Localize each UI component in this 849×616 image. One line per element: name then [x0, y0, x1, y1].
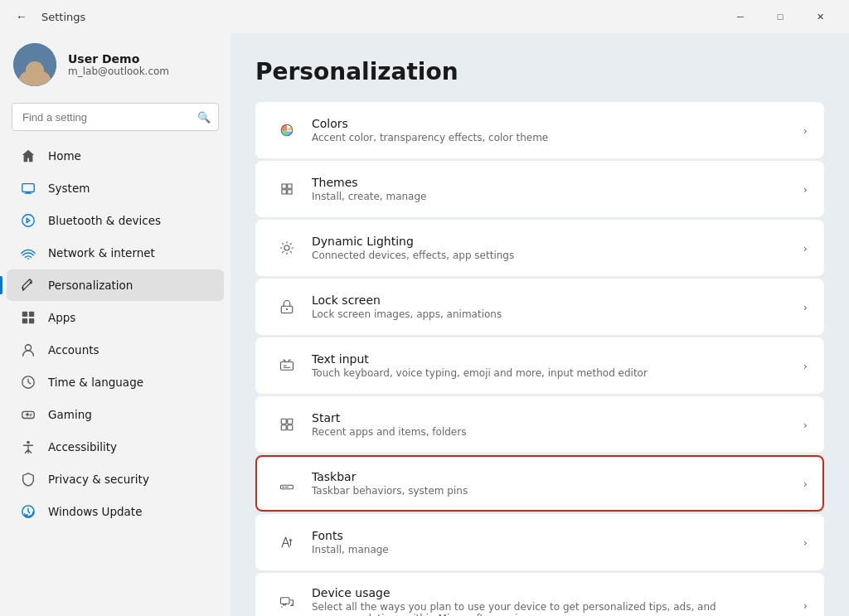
taskbar-icon — [272, 468, 302, 498]
svg-rect-26 — [281, 598, 290, 604]
dynamic-lighting-chevron: › — [803, 242, 808, 255]
dynamic-lighting-text: Dynamic Lighting Connected devices, effe… — [302, 235, 803, 261]
colors-chevron: › — [803, 124, 808, 137]
sidebar-item-accessibility[interactable]: Accessibility — [7, 431, 224, 463]
dynamic-lighting-desc: Connected devices, effects, app settings — [312, 250, 793, 261]
search-icon: 🔍 — [197, 111, 211, 124]
svg-point-28 — [281, 606, 283, 608]
sidebar-item-label: Accessibility — [48, 440, 117, 454]
update-icon — [20, 503, 36, 520]
nav-menu: Home System — [0, 139, 230, 608]
settings-item-taskbar[interactable]: Taskbar Taskbar behaviors, system pins › — [255, 455, 824, 512]
accounts-icon — [20, 342, 36, 358]
bluetooth-icon — [20, 212, 36, 229]
user-info: User Demo m_lab@outlook.com — [68, 52, 169, 77]
settings-item-fonts[interactable]: Fonts Install, manage › — [255, 514, 824, 570]
taskbar-text: Taskbar Taskbar behaviors, system pins — [302, 470, 803, 497]
lock-screen-title: Lock screen — [312, 293, 793, 307]
svg-rect-1 — [26, 192, 30, 193]
svg-rect-6 — [29, 312, 34, 317]
start-chevron: › — [803, 419, 808, 431]
settings-item-themes[interactable]: Themes Install, create, manage › — [255, 161, 824, 217]
app-title: Settings — [41, 11, 85, 23]
sidebar-item-home[interactable]: Home — [7, 140, 224, 172]
settings-item-dynamic-lighting[interactable]: Dynamic Lighting Connected devices, effe… — [255, 220, 824, 276]
device-usage-title: Device usage — [312, 586, 793, 599]
sidebar-item-label: Apps — [48, 311, 75, 324]
settings-item-start[interactable]: Start Recent apps and items, folders › — [255, 396, 824, 453]
settings-item-text-input[interactable]: Text input Touch keyboard, voice typing,… — [255, 337, 824, 394]
svg-point-3 — [22, 215, 34, 226]
svg-point-17 — [284, 245, 289, 250]
svg-rect-22 — [288, 419, 293, 424]
sidebar-item-gaming[interactable]: Gaming — [7, 399, 224, 430]
sidebar-item-label: Time & language — [48, 376, 143, 389]
apps-icon — [20, 309, 36, 326]
taskbar-chevron: › — [803, 478, 808, 490]
content-area: Personalization Colors Accent color, tra… — [230, 33, 849, 616]
sidebar: User Demo m_lab@outlook.com 🔍 Home — [0, 33, 230, 616]
themes-icon — [272, 174, 302, 204]
lock-screen-chevron: › — [803, 301, 808, 313]
title-bar: ← Settings ─ □ ✕ — [0, 0, 849, 33]
themes-text: Themes Install, create, manage — [302, 176, 803, 202]
sidebar-item-label: Network & internet — [48, 246, 155, 259]
main-layout: User Demo m_lab@outlook.com 🔍 Home — [0, 33, 849, 616]
svg-point-4 — [27, 258, 29, 259]
fonts-chevron: › — [803, 536, 808, 549]
sidebar-item-label: Home — [48, 149, 81, 162]
fonts-text: Fonts Install, manage — [302, 529, 803, 555]
sidebar-item-label: Windows Update — [48, 505, 142, 518]
maximize-button[interactable]: □ — [761, 3, 799, 30]
personalization-icon — [20, 277, 36, 293]
svg-rect-0 — [22, 184, 34, 192]
settings-item-lock-screen[interactable]: Lock screen Lock screen images, apps, an… — [255, 279, 824, 335]
close-button[interactable]: ✕ — [801, 3, 839, 30]
svg-point-13 — [30, 415, 32, 416]
accessibility-icon — [20, 439, 36, 455]
sidebar-item-time[interactable]: Time & language — [7, 366, 224, 398]
svg-rect-21 — [281, 419, 286, 424]
svg-rect-7 — [22, 318, 27, 323]
settings-item-colors[interactable]: Colors Accent color, transparency effect… — [255, 102, 824, 158]
themes-title: Themes — [312, 176, 793, 189]
lock-screen-text: Lock screen Lock screen images, apps, an… — [302, 293, 803, 320]
home-icon — [20, 148, 36, 164]
gaming-icon — [20, 406, 36, 423]
device-usage-text: Device usage Select all the ways you pla… — [302, 586, 803, 616]
text-input-title: Text input — [312, 352, 793, 366]
sidebar-item-label: Gaming — [48, 408, 92, 421]
sidebar-item-label: Privacy & security — [48, 473, 149, 486]
system-icon — [20, 180, 36, 196]
sidebar-item-privacy[interactable]: Privacy & security — [7, 463, 224, 495]
device-usage-icon — [272, 586, 302, 616]
lock-screen-icon — [272, 292, 302, 322]
user-profile[interactable]: User Demo m_lab@outlook.com — [0, 33, 230, 99]
sidebar-item-windows-update[interactable]: Windows Update — [7, 496, 224, 527]
settings-item-device-usage[interactable]: Device usage Select all the ways you pla… — [255, 573, 824, 616]
dynamic-lighting-title: Dynamic Lighting — [312, 235, 793, 248]
sidebar-item-apps[interactable]: Apps — [7, 302, 224, 333]
sidebar-item-personalization[interactable]: Personalization — [7, 269, 224, 301]
sidebar-item-accounts[interactable]: Accounts — [7, 334, 224, 366]
minimize-button[interactable]: ─ — [721, 3, 759, 30]
device-usage-desc: Select all the ways you plan to use your… — [312, 601, 793, 616]
svg-rect-5 — [22, 312, 27, 317]
avatar — [13, 43, 56, 86]
network-icon — [20, 245, 36, 261]
user-email: m_lab@outlook.com — [68, 65, 169, 77]
colors-title: Colors — [312, 117, 793, 130]
back-button[interactable]: ← — [10, 5, 33, 28]
search-box: 🔍 — [12, 103, 219, 131]
page-title: Personalization — [255, 58, 824, 85]
colors-desc: Accent color, transparency effects, colo… — [312, 132, 793, 143]
svg-point-19 — [286, 308, 288, 310]
text-input-text: Text input Touch keyboard, voice typing,… — [302, 352, 803, 379]
sidebar-item-system[interactable]: System — [7, 172, 224, 204]
sidebar-item-label: Personalization — [48, 279, 133, 292]
sidebar-item-label: System — [48, 182, 90, 195]
search-input[interactable] — [12, 103, 219, 131]
sidebar-item-network[interactable]: Network & internet — [7, 237, 224, 269]
sidebar-item-bluetooth[interactable]: Bluetooth & devices — [7, 205, 224, 236]
lock-screen-desc: Lock screen images, apps, animations — [312, 308, 793, 320]
